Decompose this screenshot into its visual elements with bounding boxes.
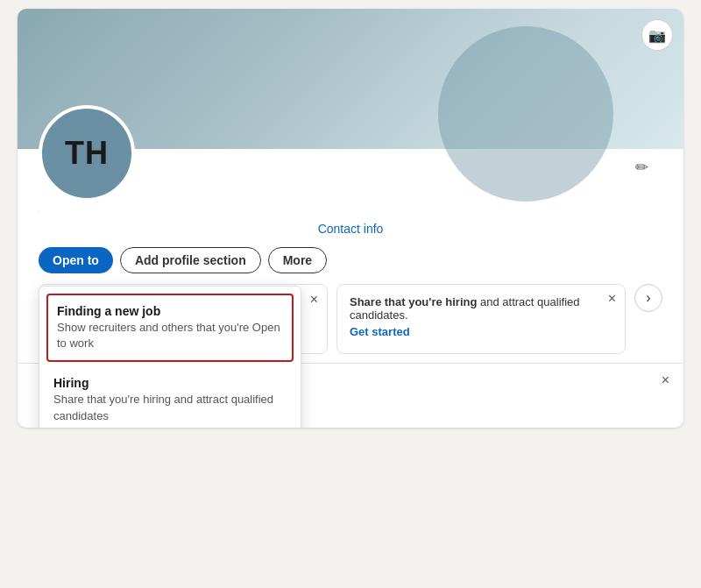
dropdown-item-desc-1: Show recruiters and others that you're O… [57, 320, 283, 351]
edit-profile-button[interactable]: ✏ [635, 158, 648, 177]
contact-info-section: Contact info [39, 221, 662, 237]
carousel-next-button[interactable]: › [634, 284, 662, 312]
avatar: TH [39, 105, 135, 202]
status-dot: · [39, 209, 662, 214]
dropdown-item-title-1: Finding a new job [57, 304, 283, 318]
open-to-dropdown: Finding a new job Show recruiters and ot… [39, 286, 301, 428]
open-to-button[interactable]: Open to [39, 247, 113, 273]
dropdown-item-desc-2: Share that you're hiring and attract qua… [53, 392, 287, 423]
profile-card: 📷 TH ✏ · Contact info Open to Add profil… [18, 9, 683, 428]
left-card-close[interactable]: × [310, 292, 318, 308]
pencil-icon: ✏ [635, 159, 648, 176]
more-button[interactable]: More [268, 247, 327, 273]
action-buttons-row: Open to Add profile section More Finding… [39, 247, 662, 273]
chevron-right-icon: › [646, 290, 650, 306]
right-card: × Share that you're hiring and attract q… [336, 284, 626, 354]
add-profile-section-button[interactable]: Add profile section [120, 247, 261, 273]
get-started-link[interactable]: Get started [350, 325, 612, 338]
profile-body: TH ✏ · Contact info Open to Add profile … [18, 149, 683, 428]
contact-info-link[interactable]: Contact info [318, 222, 384, 236]
dropdown-item-finding-job[interactable]: Finding a new job Show recruiters and ot… [46, 294, 294, 362]
camera-button[interactable]: 📷 [641, 19, 673, 51]
right-card-close[interactable]: × [608, 292, 616, 306]
right-card-bold: Share that you're hiring [350, 295, 477, 308]
avatar-initials: TH [65, 135, 109, 172]
camera-icon: 📷 [648, 27, 666, 44]
right-card-body: Share that you're hiring and attract qua… [350, 295, 612, 322]
dropdown-item-title-2: Hiring [53, 376, 287, 390]
dropdown-item-hiring[interactable]: Hiring Share that you're hiring and attr… [39, 365, 301, 428]
avatar-wrapper: TH [39, 105, 135, 202]
bottom-section-close[interactable]: × [662, 372, 669, 388]
